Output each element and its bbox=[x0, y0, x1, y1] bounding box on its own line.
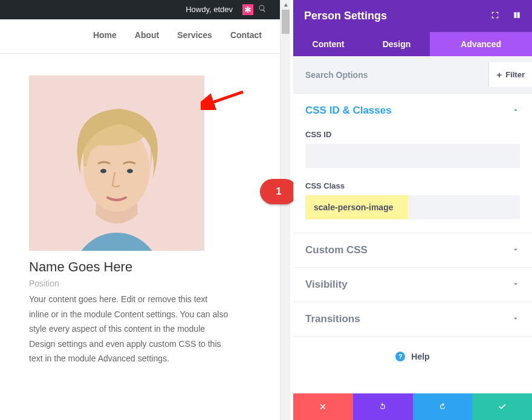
site-nav: Home About Services Contact bbox=[0, 19, 280, 54]
nav-about[interactable]: About bbox=[135, 30, 159, 40]
scroll-up-icon[interactable]: ▲ bbox=[283, 1, 289, 8]
svg-point-3 bbox=[127, 169, 133, 173]
settings-tabs: Content Design Advanced bbox=[293, 32, 532, 56]
tab-content[interactable]: Content bbox=[293, 32, 363, 56]
section-title-transitions: Transitions bbox=[305, 313, 360, 325]
person-module[interactable]: Name Goes Here Position Your content goe… bbox=[0, 54, 280, 366]
nav-home[interactable]: Home bbox=[93, 30, 117, 40]
admin-greeting[interactable]: Howdy, etdev bbox=[181, 0, 238, 19]
section-custom-css: Custom CSS bbox=[293, 233, 532, 268]
section-header-css[interactable]: CSS ID & Classes bbox=[293, 94, 532, 128]
svg-point-2 bbox=[100, 169, 106, 173]
person-image bbox=[29, 76, 204, 251]
settings-panel: Person Settings Content Design Advanced … bbox=[293, 0, 532, 420]
filter-label: Filter bbox=[505, 70, 525, 79]
help-icon: ? bbox=[395, 352, 405, 361]
help-row[interactable]: ? Help bbox=[293, 337, 532, 380]
tab-advanced[interactable]: Advanced bbox=[430, 32, 532, 56]
search-options-row: Search Options + Filter bbox=[293, 56, 532, 94]
wp-admin-bar: Howdy, etdev ✱ bbox=[0, 0, 280, 19]
nav-services[interactable]: Services bbox=[177, 30, 212, 40]
redo-button[interactable] bbox=[413, 393, 473, 420]
scrollbar-thumb[interactable] bbox=[282, 10, 290, 34]
search-options-input[interactable]: Search Options bbox=[305, 70, 368, 80]
section-title-custom-css: Custom CSS bbox=[305, 244, 368, 256]
snap-icon[interactable] bbox=[513, 11, 521, 21]
divi-icon[interactable]: ✱ bbox=[242, 4, 253, 15]
page-preview: Howdy, etdev ✱ Home About Services Conta… bbox=[0, 0, 290, 420]
section-title-visibility: Visibility bbox=[305, 279, 348, 291]
person-position[interactable]: Position bbox=[29, 279, 251, 288]
css-id-input[interactable] bbox=[305, 144, 520, 168]
expand-icon[interactable] bbox=[491, 11, 499, 21]
preview-scrollbar[interactable]: ▲ bbox=[280, 0, 290, 420]
section-header-transitions[interactable]: Transitions bbox=[293, 302, 532, 336]
chevron-down-icon bbox=[511, 245, 520, 256]
css-id-label: CSS ID bbox=[305, 130, 520, 139]
panel-title: Person Settings bbox=[304, 10, 387, 22]
section-css-id-classes: CSS ID & Classes CSS ID CSS Class bbox=[293, 94, 532, 233]
section-header-visibility[interactable]: Visibility bbox=[293, 268, 532, 302]
chevron-down-icon bbox=[511, 280, 520, 290]
undo-button[interactable] bbox=[353, 393, 413, 420]
action-bar bbox=[293, 393, 532, 420]
css-class-label: CSS Class bbox=[305, 181, 520, 190]
person-name[interactable]: Name Goes Here bbox=[29, 259, 251, 275]
help-label: Help bbox=[411, 352, 429, 361]
tab-design[interactable]: Design bbox=[363, 32, 430, 56]
section-visibility: Visibility bbox=[293, 268, 532, 302]
filter-button[interactable]: + Filter bbox=[488, 62, 532, 87]
chevron-down-icon bbox=[511, 314, 520, 325]
cancel-button[interactable] bbox=[293, 393, 353, 420]
section-transitions: Transitions bbox=[293, 302, 532, 337]
search-icon[interactable] bbox=[258, 0, 267, 19]
section-header-custom-css[interactable]: Custom CSS bbox=[293, 233, 532, 267]
css-class-input[interactable] bbox=[305, 195, 520, 219]
nav-contact[interactable]: Contact bbox=[230, 30, 262, 40]
step-badge-1: 1 bbox=[260, 179, 297, 204]
section-title-css: CSS ID & Classes bbox=[305, 105, 392, 117]
person-description[interactable]: Your content goes here. Edit or remove t… bbox=[29, 292, 229, 366]
plus-icon: + bbox=[496, 70, 502, 79]
panel-header: Person Settings Content Design Advanced bbox=[293, 0, 532, 56]
save-button[interactable] bbox=[472, 393, 532, 420]
chevron-up-icon bbox=[511, 106, 520, 116]
